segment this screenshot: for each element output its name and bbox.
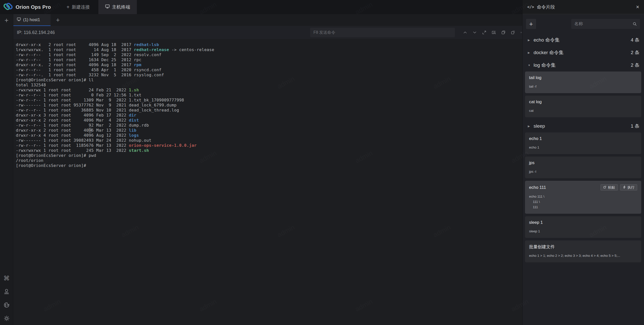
- terminal-line: -rw-r--r-- 1 root root 0 Feb 27 12:56 1.…: [16, 93, 522, 98]
- snippet-toolbar: +: [526, 19, 640, 29]
- top-bar: Orion Ops Pro + 新建连接 主机终端: [0, 0, 522, 14]
- terminal-line: -rw------- 1 root root 95377762 Nov 9 20…: [16, 103, 522, 108]
- palette-icon[interactable]: [3, 301, 10, 308]
- terminal-output[interactable]: drwxr-xr-x 2 root root 4096 Aug 18 2017 …: [13, 39, 522, 325]
- chevron-up-icon[interactable]: [463, 30, 467, 35]
- snippet-command: echo 1 > 1; echo 2 > 2; echo 3 > 3; echo…: [529, 253, 637, 258]
- paste-icon: [603, 186, 607, 190]
- terminal-line: drwxr-xr-x 4 root root 4096 Aug 12 2022 …: [16, 133, 522, 138]
- send-command-input[interactable]: [310, 28, 455, 37]
- execute-button[interactable]: 执行: [620, 184, 637, 191]
- host-ip: IP: 116.62.194.246: [17, 30, 55, 35]
- terminal-line: drwxr-xr-x. 2 root root 4096 Aug 18 2017…: [16, 62, 522, 67]
- more-actions-icon[interactable]: [520, 30, 522, 35]
- snippet-title: echo 1: [529, 136, 542, 141]
- snippet-title: 批量创建文件: [529, 244, 555, 250]
- snippet-group[interactable]: ▼log 命令集2 条: [525, 59, 641, 71]
- rail-bottom-icons: ⌘: [3, 275, 10, 322]
- snippet-card[interactable]: cat logcat: [525, 96, 641, 117]
- expand-icon[interactable]: [482, 30, 487, 35]
- group-count: 4 条: [631, 37, 639, 43]
- left-rail: + ⌘: [0, 14, 13, 325]
- snippet-panel: </> 命令片段 × + ▶echo 命令集4 条▶docker 命令集2 条▼…: [522, 0, 644, 325]
- terminal-line: /root/orion: [16, 158, 522, 163]
- group-label: sleep: [534, 123, 545, 129]
- chevron-down-icon[interactable]: [472, 30, 477, 35]
- rail-add-button[interactable]: +: [5, 17, 9, 24]
- snippet-command: jps -l: [529, 169, 637, 174]
- terminal-line: total 132548: [16, 83, 522, 88]
- monitor-icon: [17, 17, 21, 22]
- terminal-line: -rwxrwxrwx 1 root root 24 Feb 21 2022 1.…: [16, 88, 522, 93]
- tab-label: (1) host1: [23, 17, 40, 22]
- snippet-title: sleep 1: [529, 220, 543, 225]
- snippet-card[interactable]: tail logtail -f: [525, 71, 641, 93]
- group-label: docker 命令集: [534, 49, 564, 56]
- group-count: 1 条: [631, 123, 639, 129]
- search-terminal-icon[interactable]: [492, 30, 496, 35]
- app-title: Orion Ops Pro: [16, 4, 51, 10]
- new-connection-label: 新建连接: [72, 4, 90, 10]
- add-snippet-button[interactable]: +: [526, 19, 536, 29]
- snippet-command: echo 1: [529, 145, 637, 150]
- tab-host1[interactable]: (1) host1: [13, 14, 51, 26]
- terminal-toolbar: IP: 116.62.194.246: [13, 26, 522, 39]
- collapsed-arrow-icon: ▶: [528, 125, 531, 128]
- snippet-title: jps: [529, 160, 535, 165]
- snippet-search-input[interactable]: [574, 21, 633, 26]
- tab-strip: (1) host1 +: [13, 14, 522, 26]
- stamp-icon[interactable]: [3, 288, 10, 295]
- snippet-list: ▶echo 命令集4 条▶docker 命令集2 条▼log 命令集2 条tai…: [522, 34, 644, 262]
- snippet-panel-title: 命令片段: [537, 4, 555, 10]
- terminal-line: -rw-r--r-- 1 root root 36885 Nov 10 2021…: [16, 108, 522, 113]
- execute-icon: [623, 186, 626, 190]
- brand: Orion Ops Pro: [0, 0, 51, 14]
- snippet-command: sleep 1: [529, 229, 637, 234]
- snippet-card[interactable]: sleep 1sleep 1: [525, 216, 641, 238]
- terminal-line: -rw-r--r-- 1 root root 458 Apr 1 2020 rs…: [16, 67, 522, 73]
- button-label: 执行: [627, 185, 634, 190]
- copy-icon[interactable]: [501, 30, 506, 35]
- terminal-line: -rw-r--r-- 1 root root 1185676 Mar 13 20…: [16, 143, 522, 148]
- snippet-card[interactable]: echo 1echo 1: [525, 132, 641, 154]
- snippet-command: echo 111 \ 111 \ 111: [529, 194, 637, 210]
- terminal-line: drwxr-xr-x 2 root root 4096 Mar 13 2022 …: [16, 128, 522, 133]
- snippet-title: echo 111: [529, 185, 546, 190]
- button-label: 粘贴: [608, 185, 615, 190]
- snippet-card[interactable]: 批量创建文件echo 1 > 1; echo 2 > 2; echo 3 > 3…: [525, 240, 641, 262]
- snippet-command: cat: [529, 108, 637, 113]
- new-connection-menu[interactable]: + 新建连接: [67, 0, 90, 14]
- terminal-line: -rwxrwxrwx 1 root root 245 Mar 13 2022 s…: [16, 148, 522, 153]
- snippet-card[interactable]: jpsjps -l: [525, 157, 641, 178]
- snippet-group[interactable]: ▶sleep1 条: [525, 120, 641, 132]
- group-label: log 命令集: [534, 62, 556, 68]
- group-count: 2 条: [631, 62, 639, 68]
- terminal-cursor: 9: [89, 128, 91, 133]
- plus-icon: +: [67, 4, 70, 10]
- host-terminal-menu[interactable]: 主机终端: [98, 0, 137, 14]
- monitor-icon: [105, 4, 110, 10]
- main-area: Orion Ops Pro + 新建连接 主机终端 + ⌘: [0, 0, 522, 325]
- snippet-command: tail -f: [529, 84, 637, 89]
- terminal-pane: (1) host1 + IP: 116.62.194.246: [13, 14, 522, 325]
- paste-button[interactable]: 粘贴: [600, 184, 618, 191]
- gear-icon[interactable]: [3, 315, 10, 322]
- collapsed-arrow-icon: ▶: [528, 51, 531, 54]
- command-icon[interactable]: ⌘: [3, 275, 10, 282]
- snippet-card[interactable]: echo 111粘贴执行echo 111 \ 111 \ 111: [525, 181, 641, 214]
- collapsed-arrow-icon: ▶: [528, 39, 531, 42]
- snippet-group[interactable]: ▶docker 命令集2 条: [525, 46, 641, 59]
- snippet-search: [571, 19, 640, 29]
- new-tab-button[interactable]: +: [51, 14, 65, 26]
- terminal-line: [root@OrionEcsServer orion]# pwd: [16, 153, 522, 158]
- code-icon: </>: [527, 5, 534, 9]
- close-icon[interactable]: ×: [636, 4, 639, 10]
- terminal-line: drwxr-xr-x 2 root root 4096 Aug 18 2017 …: [16, 42, 522, 47]
- terminal-line: -rw-r--r-- 1 root root 1634 Dec 25 2012 …: [16, 57, 522, 62]
- terminal-line: -rw-r--r-- 1 root root 92 Mar 2 2022 dum…: [16, 123, 522, 128]
- terminal-line: -rw-r--r--. 1 root root 3232 Nov 5 2016 …: [16, 73, 522, 78]
- snippet-group[interactable]: ▶echo 命令集4 条: [525, 34, 641, 46]
- brand-logo-icon: [3, 3, 13, 12]
- host-terminal-label: 主机终端: [112, 4, 130, 10]
- paste-icon[interactable]: [511, 30, 515, 35]
